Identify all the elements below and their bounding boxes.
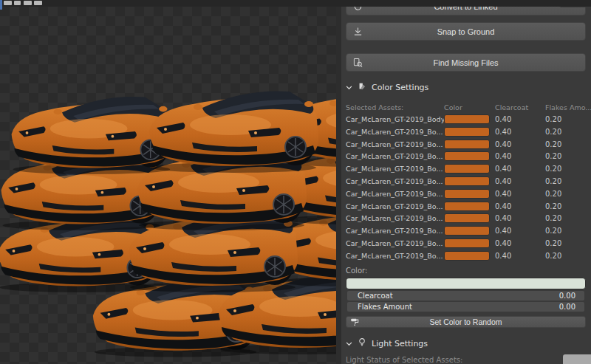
slider-label: Flakes Amount xyxy=(358,303,412,311)
button-label: Set Color to Random xyxy=(429,317,502,326)
set-color-to-random-button[interactable]: Set Color to Random xyxy=(346,316,586,328)
asset-name: Car_McLaren_GT-2019_Bo... xyxy=(346,128,443,136)
viewport-header-icon[interactable] xyxy=(34,1,42,5)
clearcoat-slider[interactable]: Clearcoat 0.00 xyxy=(347,291,584,301)
header-flakes-amount: Flakes Amo... xyxy=(545,103,591,111)
paint-icon xyxy=(350,317,359,326)
flakes-value[interactable]: 0.20 xyxy=(545,165,561,173)
color-label: Color: xyxy=(346,267,367,275)
asset-name: Car_McLaren_GT-2019_Bo... xyxy=(346,190,443,198)
clearcoat-value[interactable]: 0.40 xyxy=(495,239,511,247)
clearcoat-value[interactable]: 0.40 xyxy=(495,190,511,198)
slider-value: 0.00 xyxy=(559,292,575,300)
button-label: Find Missing Files xyxy=(433,58,498,67)
color-swatch[interactable] xyxy=(444,202,490,211)
header-selected-assets: Selected Assets: xyxy=(346,103,403,111)
editor-type-icon[interactable] xyxy=(4,1,12,5)
snap-to-ground-button[interactable]: Snap to Ground xyxy=(346,22,586,41)
clearcoat-value[interactable]: 0.40 xyxy=(495,177,511,185)
color-swatch[interactable] xyxy=(444,164,490,174)
table-row[interactable]: Car_McLaren_GT-2019_Bo... 0.40 0.20 xyxy=(341,188,591,201)
clearcoat-value[interactable]: 0.40 xyxy=(495,202,511,210)
clearcoat-value[interactable]: 0.40 xyxy=(495,140,511,148)
flakes-value[interactable]: 0.20 xyxy=(545,214,561,222)
asset-name: Car_McLaren_GT-2019_Bo... xyxy=(346,140,443,148)
clearcoat-value[interactable]: 0.40 xyxy=(495,115,511,123)
table-row[interactable]: Car_McLaren_GT-2019_Bo... 0.40 0.20 xyxy=(341,139,591,151)
flakes-value[interactable]: 0.20 xyxy=(545,140,561,148)
asset-name: Car_McLaren_GT-2019_Bo... xyxy=(346,214,443,222)
flakes-value[interactable]: 0.20 xyxy=(545,128,561,136)
color-swatch[interactable] xyxy=(444,189,490,199)
color-swatch[interactable] xyxy=(444,140,490,149)
table-row[interactable]: Car_McLaren_GT-2019_Bo... 0.40 0.20 xyxy=(341,176,591,188)
asset-name: Car_McLaren_GT-2019_Bo... xyxy=(346,239,443,247)
flakes-value[interactable]: 0.20 xyxy=(545,227,561,235)
table-row[interactable]: Car_McLaren_GT-2019_Bo... 0.40 0.20 xyxy=(341,250,591,263)
light-bulb-icon xyxy=(358,337,366,349)
clearcoat-value[interactable]: 0.40 xyxy=(495,165,511,173)
editor-corner-accent xyxy=(0,0,2,10)
addon-side-panel: Convert to Linked Snap to Ground Find Mi… xyxy=(341,7,591,364)
flakes-value[interactable]: 0.20 xyxy=(545,190,561,198)
panel-separator xyxy=(336,7,341,364)
color-swatch[interactable] xyxy=(444,127,490,137)
viewport-3d[interactable] xyxy=(0,7,336,364)
flakes-amount-slider[interactable]: Flakes Amount 0.00 xyxy=(347,302,584,312)
color-swatch[interactable] xyxy=(444,226,490,236)
clearcoat-value[interactable]: 0.40 xyxy=(495,252,511,260)
asset-name: Car_McLaren_GT-2019_Bo... xyxy=(346,165,443,173)
flakes-value[interactable]: 0.20 xyxy=(545,252,561,260)
color-swatch[interactable] xyxy=(444,213,490,223)
editor-topbar xyxy=(0,0,591,7)
table-row[interactable]: Car_McLaren_GT-2019_Bo... 0.40 0.20 xyxy=(341,151,591,163)
asset-name: Car_McLaren_GT-2019_Bo... xyxy=(346,177,443,185)
asset-name: Car_McLaren_GT-2019_Body xyxy=(346,115,445,123)
asset-name: Car_McLaren_GT-2019_Bo... xyxy=(346,152,443,160)
asset-name: Car_McLaren_GT-2019_Bo... xyxy=(346,227,443,235)
light-settings-header[interactable]: Light Settings xyxy=(346,337,428,350)
slider-label: Clearcoat xyxy=(358,292,393,300)
header-clearcoat: Clearcoat xyxy=(495,103,528,111)
color-swatch[interactable] xyxy=(444,114,490,124)
asset-table: Car_McLaren_GT-2019_Body 0.40 0.20 Car_M… xyxy=(341,114,591,263)
viewport-header-icon[interactable] xyxy=(14,1,21,5)
clearcoat-value[interactable]: 0.40 xyxy=(495,227,511,235)
section-title: Light Settings xyxy=(372,339,428,348)
asset-name: Car_McLaren_GT-2019_Bo... xyxy=(346,202,443,210)
table-row[interactable]: Car_McLaren_GT-2019_Bo... 0.40 0.20 xyxy=(341,238,591,250)
clearcoat-value[interactable]: 0.40 xyxy=(495,214,511,222)
flakes-value[interactable]: 0.20 xyxy=(545,177,561,185)
color-picker-field[interactable] xyxy=(346,278,586,289)
table-row[interactable]: Car_McLaren_GT-2019_Bo... 0.40 0.20 xyxy=(341,163,591,176)
partial-tooltip xyxy=(563,354,591,364)
color-swatch[interactable] xyxy=(444,151,490,161)
download-icon xyxy=(353,27,363,36)
color-settings-header[interactable]: Color Settings xyxy=(346,80,428,94)
light-status-label: Light Status of Selected Assets: xyxy=(346,356,462,364)
chevron-down-icon xyxy=(346,339,352,348)
clearcoat-value[interactable]: 0.40 xyxy=(495,152,511,160)
slider-value: 0.00 xyxy=(559,303,575,311)
car-stack-render xyxy=(0,7,336,364)
viewport-header-icon[interactable] xyxy=(24,1,32,5)
flakes-value[interactable]: 0.20 xyxy=(545,239,561,247)
table-row[interactable]: Car_McLaren_GT-2019_Body 0.40 0.20 xyxy=(341,114,591,126)
color-settings-icon xyxy=(358,82,366,93)
asset-name: Car_McLaren_GT-2019_Bo... xyxy=(346,252,443,260)
table-row[interactable]: Car_McLaren_GT-2019_Bo... 0.40 0.20 xyxy=(341,225,591,238)
table-row[interactable]: Car_McLaren_GT-2019_Bo... 0.40 0.20 xyxy=(341,201,591,213)
color-swatch[interactable] xyxy=(444,251,490,261)
table-row[interactable]: Car_McLaren_GT-2019_Bo... 0.40 0.20 xyxy=(341,213,591,225)
color-swatch[interactable] xyxy=(444,238,490,248)
button-label: Snap to Ground xyxy=(437,27,495,36)
color-swatch[interactable] xyxy=(444,176,490,186)
flakes-value[interactable]: 0.20 xyxy=(545,152,561,160)
find-missing-files-button[interactable]: Find Missing Files xyxy=(346,53,586,72)
clearcoat-value[interactable]: 0.40 xyxy=(495,128,511,136)
flakes-value[interactable]: 0.20 xyxy=(545,115,561,123)
chevron-down-icon xyxy=(346,83,352,92)
asset-table-header: Selected Assets: Color Clearcoat Flakes … xyxy=(341,103,585,112)
table-row[interactable]: Car_McLaren_GT-2019_Bo... 0.40 0.20 xyxy=(341,126,591,139)
flakes-value[interactable]: 0.20 xyxy=(545,202,561,210)
